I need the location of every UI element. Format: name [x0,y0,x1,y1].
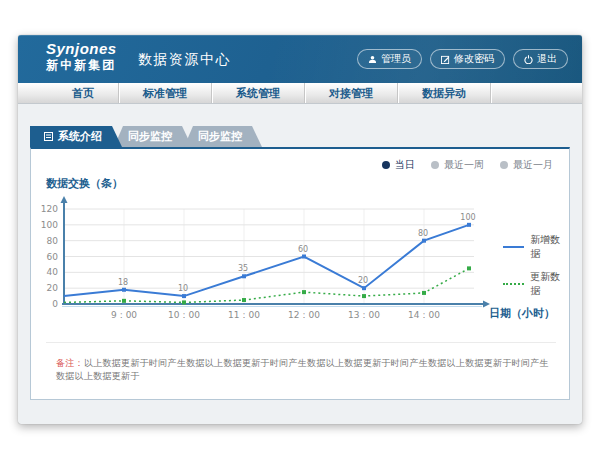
x-axis-title: 日期（小时） [489,306,555,321]
header-actions: 管理员 修改密码 退出 [357,49,568,69]
change-password-label: 修改密码 [454,52,494,66]
time-range-filter: 当日最近一周最近一月 [382,158,553,172]
svg-text:60: 60 [47,252,59,262]
header: Synjones 新中新集团 数据资源中心 管理员 修改密码 退出 [18,35,582,83]
tab-label: 同步监控 [128,129,172,144]
content: 系统介绍同步监控同步监控 当日最近一周最近一月 数据交换（条） 02040608… [18,104,582,424]
radio-time-range-1[interactable]: 最近一周 [431,158,484,172]
radio-time-range-2[interactable]: 最近一月 [500,158,553,172]
svg-text:11：00: 11：00 [228,310,260,320]
svg-text:10: 10 [178,284,188,293]
user-icon [368,55,377,64]
radio-icon [382,161,390,169]
radio-icon [431,161,439,169]
main-nav: 首页标准管理系统管理对接管理数据异动 [18,83,582,104]
tab-strip: 系统介绍同步监控同步监控 [30,126,254,147]
svg-text:13：00: 13：00 [348,310,380,320]
svg-text:80: 80 [418,229,428,238]
power-icon [524,55,533,64]
svg-text:120: 120 [41,204,58,214]
svg-text:20: 20 [47,283,59,293]
radio-label: 最近一月 [513,158,553,172]
svg-text:80: 80 [47,236,59,246]
svg-text:100: 100 [460,213,475,222]
svg-text:35: 35 [238,264,248,273]
tab-label: 同步监控 [198,129,242,144]
svg-text:12：00: 12：00 [288,310,320,320]
tab-0[interactable]: 系统介绍 [30,126,122,147]
tab-2[interactable]: 同步监控 [184,126,262,147]
user-button[interactable]: 管理员 [357,49,422,69]
nav-item-2[interactable]: 系统管理 [212,83,305,103]
logo-primary: Synjones [46,40,117,57]
page-title: 数据资源中心 [138,51,231,69]
svg-text:14：00: 14：00 [408,310,440,320]
legend-item-1: 更新数据 [503,270,569,298]
logo: Synjones 新中新集团 [46,40,117,73]
footnote-text: 以上数据更新于时间产生数据以上数据更新于时间产生数据以上数据更新于时间产生数据以… [56,358,549,381]
nav-item-0[interactable]: 首页 [48,83,119,103]
logout-button[interactable]: 退出 [513,49,568,69]
document-icon [44,131,53,143]
tab-1[interactable]: 同步监控 [114,126,192,147]
logo-secondary: 新中新集团 [46,57,117,73]
change-password-button[interactable]: 修改密码 [430,49,505,69]
radio-time-range-0[interactable]: 当日 [382,158,415,172]
footnote: 备注：以上数据更新于时间产生数据以上数据更新于时间产生数据以上数据更新于时间产生… [56,357,551,383]
legend-label: 更新数据 [530,270,569,298]
svg-text:100: 100 [41,220,58,230]
divider [46,342,556,343]
tab-label: 系统介绍 [58,129,102,144]
edit-icon [441,55,450,64]
logout-label: 退出 [537,52,557,66]
footnote-prefix: 备注： [56,358,84,368]
legend-line-sample [503,246,524,248]
svg-text:10：00: 10：00 [168,310,200,320]
y-axis-title: 数据交换（条） [46,176,123,191]
radio-label: 当日 [395,158,415,172]
svg-text:40: 40 [47,267,59,277]
nav-item-3[interactable]: 对接管理 [305,83,398,103]
radio-icon [500,161,508,169]
radio-label: 最近一周 [444,158,484,172]
legend-label: 新增数据 [530,233,569,261]
svg-text:60: 60 [298,245,308,254]
user-button-label: 管理员 [381,52,411,66]
chart-legend: 新增数据更新数据 [503,233,569,298]
nav-item-4[interactable]: 数据异动 [398,83,491,103]
svg-text:0: 0 [52,299,58,309]
svg-text:9：00: 9：00 [111,310,137,320]
svg-text:18: 18 [118,278,128,287]
svg-text:20: 20 [358,276,368,285]
legend-line-sample [503,283,524,285]
app-window: Synjones 新中新集团 数据资源中心 管理员 修改密码 退出 [18,35,582,424]
chart-panel: 当日最近一周最近一月 数据交换（条） 0204060801001209：0010… [30,147,570,400]
legend-item-0: 新增数据 [503,233,569,261]
nav-item-1[interactable]: 标准管理 [119,83,212,103]
